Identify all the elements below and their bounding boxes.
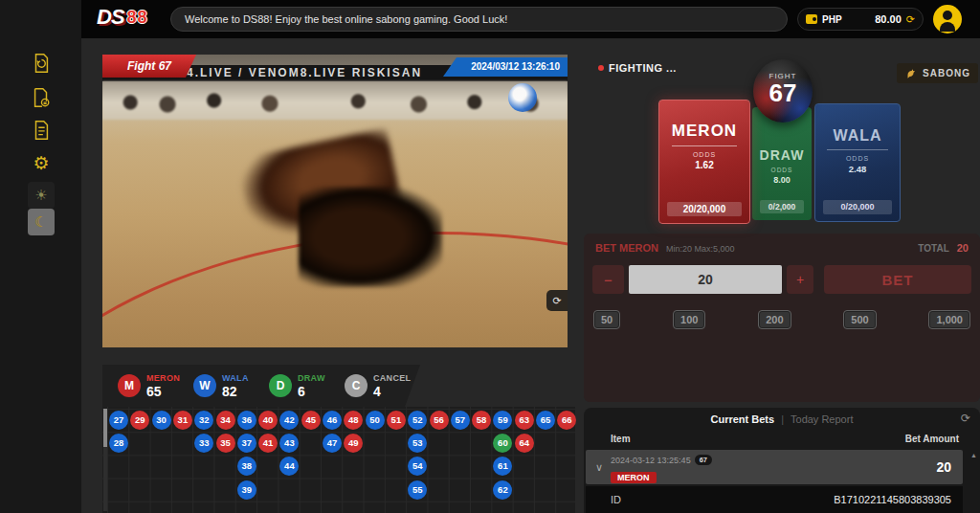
- light-mode-icon[interactable]: ☀: [28, 182, 55, 209]
- trend-cell: 59: [493, 411, 512, 430]
- bets-refresh-icon[interactable]: ⟳: [961, 412, 970, 425]
- trend-cell: 39: [237, 480, 256, 500]
- trend-cell: 38: [237, 457, 256, 476]
- cancel-circle-icon: C: [345, 374, 368, 397]
- settings-icon[interactable]: ⚙: [28, 149, 55, 176]
- trend-cell: 40: [258, 411, 278, 430]
- dark-mode-icon[interactable]: ☾: [28, 209, 55, 235]
- trend-cell: 58: [472, 411, 491, 430]
- trend-cell: 62: [493, 480, 512, 500]
- camera-switch-icon[interactable]: ⟳: [546, 290, 568, 311]
- trend-cell: 53: [408, 434, 427, 453]
- stat-wala: W WALA 82: [193, 373, 269, 399]
- trend-cell: 66: [557, 411, 576, 430]
- scroll-up-icon[interactable]: ▲: [970, 452, 977, 458]
- trend-cell: 45: [301, 411, 321, 430]
- trend-cell: 51: [387, 411, 406, 430]
- trend-cell: 42: [279, 411, 299, 430]
- fight-panel: FIGHTING ... SABONG MERON ODDS 1.62 20/2…: [584, 55, 980, 233]
- rules-icon[interactable]: [28, 117, 55, 144]
- odds-label: ODDS: [752, 167, 812, 173]
- stat-label: DRAW: [298, 373, 325, 383]
- trend-scrollbar-thumb[interactable]: [103, 409, 107, 447]
- stream-timestamp-badge: 2024/03/12 13:26:10: [443, 57, 568, 77]
- trend-cell: 47: [323, 434, 342, 453]
- ds88-logo[interactable]: DS 88: [97, 5, 148, 30]
- trend-cell: 35: [216, 434, 235, 453]
- bet-fight-no-badge: 67: [695, 455, 712, 465]
- meron-bet-card[interactable]: MERON ODDS 1.62 20/20,000: [658, 100, 750, 224]
- trend-cell: 46: [323, 411, 342, 430]
- bet-info-row: BET MERON Min:20 Max:5,000 TOTAL 20: [584, 234, 980, 254]
- trend-cell: 48: [344, 411, 363, 430]
- logo-88-text: 88: [127, 8, 148, 28]
- wallet-icon: [806, 14, 817, 24]
- rooster-two: [299, 187, 442, 287]
- col-item: Item: [611, 434, 631, 444]
- trend-cell: 27: [109, 411, 128, 430]
- bet-time: 2024-03-12 13:25:45: [611, 456, 691, 465]
- fight-number-badge: Fight 67: [102, 55, 196, 78]
- stat-meron: M MERON 65: [118, 373, 193, 399]
- chip-500[interactable]: 500: [843, 310, 876, 329]
- trend-cell: 28: [109, 434, 128, 453]
- balance-refresh-icon[interactable]: ⟳: [906, 13, 915, 26]
- stat-value: 65: [146, 384, 180, 399]
- chip-1000[interactable]: 1,000: [928, 310, 970, 329]
- meron-circle-icon: M: [118, 374, 141, 397]
- trend-cell: 49: [344, 434, 363, 453]
- bet-row[interactable]: ∨ 2024-03-12 13:25:4567 MERON 20: [586, 450, 963, 484]
- trend-cell: 55: [408, 480, 427, 500]
- logo-ds-text: DS: [97, 5, 124, 30]
- card-title: MERON: [659, 122, 749, 141]
- provider-label: SABONG: [923, 68, 970, 78]
- chip-200[interactable]: 200: [758, 310, 791, 329]
- total-label: TOTAL: [918, 243, 948, 254]
- tab-current-bets[interactable]: Current Bets: [711, 413, 775, 425]
- decrease-bet-button[interactable]: −: [592, 265, 624, 294]
- wallet-pill[interactable]: PHP 80.00 ⟳: [797, 8, 924, 31]
- tab-separator: |: [781, 413, 784, 425]
- card-divider: [827, 149, 887, 150]
- sidebar: ⚙ ☀ ☾: [0, 0, 81, 513]
- fight-number: 67: [753, 80, 813, 105]
- odds-label: ODDS: [815, 155, 900, 162]
- wala-bet-card[interactable]: WALA ODDS 2.48 0/20,000: [814, 103, 901, 222]
- bet-amount: 20: [936, 459, 951, 475]
- trend-cell: 64: [515, 434, 534, 453]
- draw-bet-card[interactable]: DRAW ODDS 8.00 0/2,000: [752, 107, 812, 220]
- bet-id-label: ID: [611, 494, 621, 505]
- stat-value: 4: [373, 384, 411, 399]
- trend-scrollbar[interactable]: [103, 409, 107, 511]
- game-records-icon[interactable]: [28, 50, 55, 77]
- draw-circle-icon: D: [269, 374, 292, 397]
- trend-cell: 57: [451, 411, 470, 430]
- chip-50[interactable]: 50: [593, 310, 620, 329]
- card-title: WALA: [815, 127, 900, 145]
- bet-controls: − + BET: [584, 265, 980, 294]
- card-title: DRAW: [752, 147, 812, 163]
- stat-draw: D DRAW 6: [269, 373, 345, 399]
- stat-value: 6: [298, 384, 325, 399]
- live-video-player[interactable]: UCUP4.LIVE / VENOM8.LIVE RISKISAN Fight …: [102, 55, 568, 347]
- bet-report-icon[interactable]: [28, 84, 55, 111]
- avatar[interactable]: [933, 5, 962, 33]
- chip-100[interactable]: 100: [673, 310, 705, 329]
- bet-button[interactable]: BET: [824, 265, 971, 294]
- stat-label: CANCEL: [373, 373, 411, 383]
- bet-id-value: B1710221145803839305: [834, 494, 951, 505]
- trend-cell: 41: [258, 434, 278, 453]
- trend-cell: 31: [173, 411, 192, 430]
- trend-cell: 63: [515, 411, 534, 430]
- bet-detail-row: ID B1710221145803839305: [586, 486, 963, 513]
- wallet-currency: PHP: [822, 14, 842, 25]
- pool-amount: 20/20,000: [667, 202, 742, 216]
- increase-bet-button[interactable]: +: [787, 265, 813, 294]
- arena-logo: [508, 83, 537, 112]
- tab-today-report[interactable]: Today Report: [791, 413, 853, 425]
- bet-amount-input[interactable]: [629, 265, 782, 294]
- col-bet-amount: Bet Amount: [905, 434, 959, 444]
- chevron-down-icon[interactable]: ∨: [595, 461, 603, 474]
- provider-badge: SABONG: [897, 63, 978, 83]
- trend-cell: 52: [408, 411, 427, 430]
